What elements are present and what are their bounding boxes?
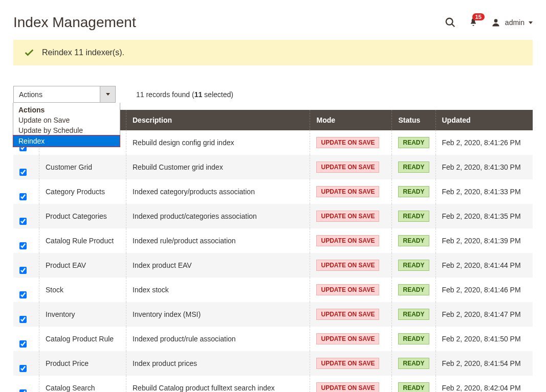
row-updated: Feb 2, 2020, 8:42:04 PM [435, 376, 533, 392]
actions-select[interactable]: Actions Actions Update on SaveUpdate by … [13, 86, 116, 103]
row-checkbox[interactable] [19, 340, 27, 348]
row-checkbox[interactable] [19, 316, 27, 323]
row-checkbox-cell [13, 302, 39, 327]
row-updated: Feb 2, 2020, 8:41:33 PM [435, 179, 533, 204]
row-description: Index stock [126, 278, 310, 302]
row-indexer: Product Price [39, 351, 126, 376]
row-mode: UPDATE ON SAVE [310, 278, 392, 302]
row-mode: UPDATE ON SAVE [310, 130, 392, 155]
row-checkbox[interactable] [19, 365, 27, 372]
row-checkbox[interactable] [19, 389, 27, 392]
row-mode: UPDATE ON SAVE [310, 253, 392, 278]
chevron-down-icon [529, 21, 533, 24]
row-indexer: Catalog Product Rule [39, 327, 126, 351]
mode-badge: UPDATE ON SAVE [316, 211, 379, 222]
table-row: Catalog SearchRebuild Catalog product fu… [13, 376, 533, 392]
row-status: READY [392, 155, 435, 179]
row-description: Rebuild design config grid index [126, 130, 310, 155]
table-row: Product PriceIndex product pricesUPDATE … [13, 351, 533, 376]
table-row: Catalog Product RuleIndexed product/rule… [13, 327, 533, 351]
row-checkbox-cell [13, 204, 39, 228]
actions-select-label: Actions [14, 90, 48, 99]
row-status: READY [392, 376, 435, 392]
row-checkbox-cell [13, 376, 39, 392]
row-checkbox[interactable] [19, 242, 27, 249]
row-updated: Feb 2, 2020, 8:41:26 PM [435, 130, 533, 155]
status-badge: READY [398, 260, 429, 271]
admin-menu-button[interactable]: admin [491, 17, 533, 28]
mode-badge: UPDATE ON SAVE [316, 284, 379, 295]
toolbar: Actions Actions Update on SaveUpdate by … [13, 86, 533, 103]
status-badge: READY [398, 358, 429, 369]
row-updated: Feb 2, 2020, 8:41:39 PM [435, 228, 533, 253]
row-status: READY [392, 179, 435, 204]
row-updated: Feb 2, 2020, 8:41:54 PM [435, 351, 533, 376]
admin-username: admin [505, 18, 525, 27]
row-mode: UPDATE ON SAVE [310, 327, 392, 351]
actions-select-button[interactable]: Actions [13, 86, 116, 103]
col-status[interactable]: Status [392, 110, 435, 130]
search-button[interactable] [445, 17, 456, 28]
row-mode: UPDATE ON SAVE [310, 179, 392, 204]
mode-badge: UPDATE ON SAVE [316, 137, 379, 148]
user-icon [491, 17, 501, 28]
mode-badge: UPDATE ON SAVE [316, 235, 379, 246]
table-row: Catalog Rule ProductIndexed rule/product… [13, 228, 533, 253]
table-row: Category ProductsIndexed category/produc… [13, 179, 533, 204]
mode-badge: UPDATE ON SAVE [316, 162, 379, 173]
table-row: Product CategoriesIndexed product/catego… [13, 204, 533, 228]
status-badge: READY [398, 162, 429, 173]
search-icon [445, 17, 456, 28]
row-checkbox-cell [13, 179, 39, 204]
row-updated: Feb 2, 2020, 8:41:35 PM [435, 204, 533, 228]
mode-badge: UPDATE ON SAVE [316, 309, 379, 320]
row-checkbox[interactable] [19, 267, 27, 274]
col-updated[interactable]: Updated [435, 110, 533, 130]
table-row: Product EAVIndex product EAVUPDATE ON SA… [13, 253, 533, 278]
row-checkbox[interactable] [19, 169, 27, 176]
notifications-button[interactable]: 15 [468, 17, 478, 28]
row-status: READY [392, 278, 435, 302]
row-mode: UPDATE ON SAVE [310, 302, 392, 327]
header-icons: 15 admin [445, 17, 533, 28]
mode-badge: UPDATE ON SAVE [316, 260, 379, 271]
row-indexer: Inventory [39, 302, 126, 327]
dropdown-item[interactable]: Reindex [13, 135, 120, 147]
row-description: Inventory index (MSI) [126, 302, 310, 327]
records-count: 11 records found (11 selected) [136, 90, 233, 99]
row-description: Index product EAV [126, 253, 310, 278]
row-checkbox-cell [13, 351, 39, 376]
row-mode: UPDATE ON SAVE [310, 155, 392, 179]
row-indexer: Catalog Search [39, 376, 126, 392]
row-mode: UPDATE ON SAVE [310, 376, 392, 392]
row-checkbox[interactable] [19, 218, 27, 225]
row-status: READY [392, 204, 435, 228]
dropdown-item[interactable]: Update by Schedule [13, 125, 120, 135]
row-checkbox-cell [13, 228, 39, 253]
col-description[interactable]: Description [126, 110, 310, 130]
dropdown-header: Actions [13, 103, 120, 115]
row-indexer: Stock [39, 278, 126, 302]
status-badge: READY [398, 137, 429, 148]
row-description: Indexed product/rule association [126, 327, 310, 351]
row-indexer: Product Categories [39, 204, 126, 228]
row-checkbox[interactable] [19, 291, 27, 298]
status-badge: READY [398, 382, 429, 392]
row-updated: Feb 2, 2020, 8:41:50 PM [435, 327, 533, 351]
row-checkbox[interactable] [19, 193, 27, 200]
row-mode: UPDATE ON SAVE [310, 228, 392, 253]
page-title: Index Management [13, 14, 136, 31]
col-mode[interactable]: Mode [310, 110, 392, 130]
row-description: Indexed category/products association [126, 179, 310, 204]
status-badge: READY [398, 309, 429, 320]
row-updated: Feb 2, 2020, 8:41:46 PM [435, 278, 533, 302]
mode-badge: UPDATE ON SAVE [316, 358, 379, 369]
status-badge: READY [398, 333, 429, 344]
dropdown-item[interactable]: Update on Save [13, 115, 120, 125]
success-message-text: Reindex 11 indexer(s). [42, 48, 124, 57]
row-description: Index product prices [126, 351, 310, 376]
notification-badge: 15 [472, 13, 485, 20]
page-header: Index Management 15 admin [13, 0, 533, 40]
status-badge: READY [398, 235, 429, 246]
row-checkbox-cell [13, 327, 39, 351]
